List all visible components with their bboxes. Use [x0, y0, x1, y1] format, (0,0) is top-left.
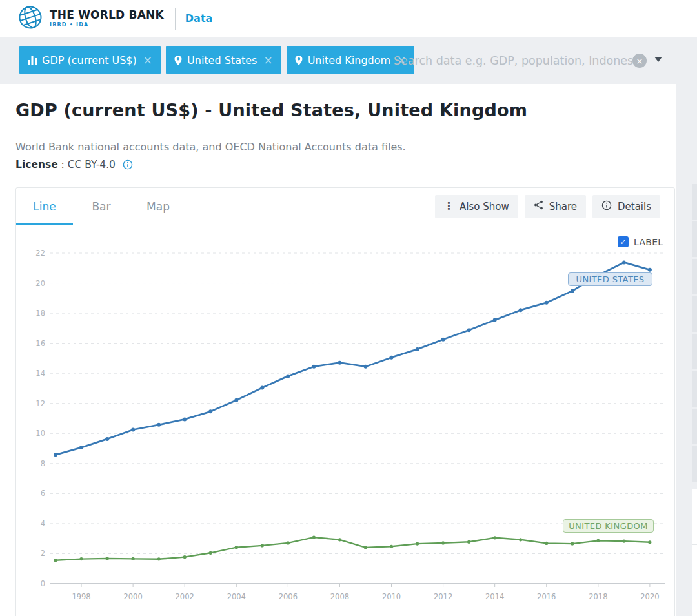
share-label: Share	[549, 201, 577, 212]
chip-label: GDP (current US$)	[42, 54, 137, 67]
data-point	[648, 268, 652, 272]
y-axis-tick-label: 18	[35, 309, 45, 318]
y-axis-tick-label: 20	[35, 279, 45, 288]
data-point	[54, 559, 57, 562]
chevron-down-icon[interactable]	[654, 57, 662, 62]
right-edge-list-sliver	[692, 221, 697, 257]
chip-indicator-gdp[interactable]: GDP (current US$) ×	[19, 46, 161, 74]
data-point	[287, 541, 290, 544]
data-point	[157, 557, 161, 560]
data-point	[545, 301, 549, 305]
share-icon	[534, 200, 543, 212]
data-point	[286, 374, 290, 378]
header-divider	[175, 8, 176, 30]
license-value: CC BY-4.0	[68, 159, 116, 170]
x-axis-tick-label: 2000	[123, 592, 142, 601]
y-axis-tick-label: 0	[41, 579, 45, 588]
data-point	[131, 428, 135, 432]
data-point	[467, 540, 470, 544]
data-point	[208, 409, 212, 413]
label-checkbox[interactable]	[618, 236, 629, 247]
chart-actions: ⋮ Also Show Share	[435, 195, 660, 218]
x-axis-tick-label: 2016	[537, 592, 556, 601]
data-point	[364, 546, 367, 549]
data-point	[545, 542, 548, 545]
x-axis-tick-label: 2012	[434, 592, 452, 601]
y-axis-tick-label: 2	[41, 549, 45, 558]
license-line: License : CC BY-4.0	[15, 159, 133, 172]
data-point	[79, 446, 83, 449]
tab-line[interactable]: Line	[16, 188, 73, 225]
chart-tab-row: Line Bar Map ⋮ Also Show Share	[16, 188, 674, 225]
data-point	[54, 453, 57, 457]
site-header: THE WORLD BANK IBRD • IDA Data	[0, 0, 697, 37]
search-bar[interactable]: GDP (current US$) × United States ×	[0, 37, 697, 84]
y-axis-tick-label: 4	[41, 519, 45, 528]
x-axis-tick-label: 2004	[227, 592, 246, 601]
data-point	[596, 539, 600, 542]
right-edge-list-sliver	[692, 371, 697, 407]
y-axis-tick-label: 22	[35, 249, 45, 258]
x-axis-tick-label: 2018	[589, 592, 607, 601]
clear-search-icon[interactable]: ×	[632, 54, 647, 68]
right-edge-list-sliver	[692, 334, 697, 369]
brand-name: THE WORLD BANK	[50, 10, 164, 21]
license-info-icon[interactable]	[123, 159, 133, 172]
brand-subtitle: IBRD • IDA	[50, 22, 164, 28]
data-point	[183, 555, 187, 559]
right-edge-list-sliver	[692, 259, 697, 294]
y-axis-tick-label: 10	[35, 429, 45, 438]
right-edge-card-sliver	[692, 489, 697, 616]
data-point	[209, 551, 212, 555]
x-axis-tick-label: 2020	[640, 592, 659, 601]
search-input[interactable]: Search data e.g. GDP, population, Indone…	[394, 37, 643, 84]
info-icon	[601, 200, 612, 213]
remove-chip-icon[interactable]: ×	[143, 55, 152, 66]
nav-data-link[interactable]: Data	[185, 12, 213, 25]
data-point	[519, 308, 523, 312]
data-point	[571, 542, 574, 546]
data-point	[622, 540, 625, 543]
data-point	[519, 538, 522, 541]
data-point	[312, 365, 316, 369]
chart-panel: Line Bar Map ⋮ Also Show Share	[15, 187, 675, 616]
also-show-label: Also Show	[460, 201, 509, 212]
y-axis-tick-label: 16	[35, 339, 45, 348]
label-toggle: LABEL	[618, 236, 663, 247]
y-axis-tick-label: 14	[35, 369, 45, 378]
data-point	[157, 423, 161, 427]
world-bank-globe-logo-icon[interactable]	[17, 4, 44, 34]
chip-country-united-states[interactable]: United States ×	[166, 46, 281, 74]
tab-bar[interactable]: Bar	[73, 188, 130, 225]
data-point	[441, 338, 445, 342]
data-point	[493, 536, 496, 539]
data-point	[234, 398, 238, 402]
series-label-united-kingdom: UNITED KINGDOM	[563, 519, 654, 533]
chip-label: United Kingdom	[308, 54, 390, 67]
data-point	[79, 557, 83, 560]
y-axis-tick-label: 12	[35, 399, 45, 408]
data-point	[364, 365, 368, 369]
also-show-button[interactable]: ⋮ Also Show	[435, 195, 518, 218]
details-button[interactable]: Details	[592, 195, 660, 218]
data-point	[105, 437, 109, 441]
data-point	[441, 541, 445, 544]
x-axis-tick-label: 2010	[382, 592, 401, 601]
x-axis-tick-label: 2014	[485, 592, 504, 601]
y-axis-tick-label: 8	[41, 459, 45, 468]
world-bank-data-page: THE WORLD BANK IBRD • IDA Data GDP (curr…	[0, 0, 697, 616]
x-axis-tick-label: 1998	[72, 592, 90, 601]
brand-block[interactable]: THE WORLD BANK IBRD • IDA	[50, 10, 164, 28]
details-label: Details	[618, 201, 651, 212]
right-edge-list-sliver	[692, 446, 697, 482]
data-point	[260, 386, 264, 390]
data-point	[416, 347, 419, 351]
map-pin-icon	[174, 56, 182, 65]
series-line-united-states	[56, 262, 650, 455]
remove-chip-icon[interactable]: ×	[263, 55, 272, 66]
series-line-united-kingdom	[56, 537, 650, 560]
label-checkbox-text: LABEL	[634, 237, 663, 247]
tab-map[interactable]: Map	[130, 188, 187, 225]
kebab-icon: ⋮	[444, 201, 454, 211]
share-button[interactable]: Share	[525, 195, 586, 218]
